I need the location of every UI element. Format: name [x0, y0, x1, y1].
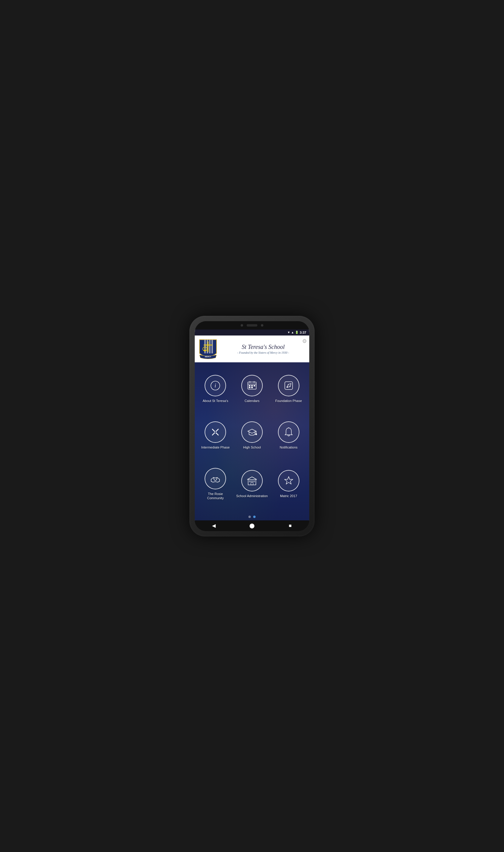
school-crest: MERCY	[198, 339, 218, 359]
svg-rect-32	[251, 481, 253, 482]
notifications-icon-circle	[278, 421, 300, 443]
intermediate-label: Intermediate Phase	[201, 445, 230, 449]
phone-screen-area: ▼ ▲ 🔋 3:37	[195, 321, 309, 531]
tools-icon	[210, 427, 221, 437]
grid-item-notifications[interactable]: Notifications	[271, 413, 306, 457]
battery-icon: 🔋	[295, 331, 299, 334]
info-icon: i	[210, 380, 221, 391]
svg-rect-20	[251, 387, 253, 388]
svg-marker-35	[285, 476, 293, 484]
svg-rect-3	[212, 340, 213, 354]
handshake-icon	[210, 473, 221, 484]
grid-item-calendars[interactable]: Calendars	[235, 367, 269, 411]
svg-rect-30	[248, 479, 256, 485]
svg-point-25	[214, 431, 216, 433]
svg-text:MERCY: MERCY	[205, 356, 212, 358]
status-time: 3:37	[300, 331, 306, 334]
dot-1[interactable]	[248, 515, 251, 518]
svg-rect-21	[285, 382, 292, 389]
edit-icon	[283, 380, 294, 391]
svg-point-28	[256, 434, 257, 435]
app-screen: ▼ ▲ 🔋 3:37	[195, 329, 309, 520]
app-header: MERCY St Teresa's School - Founded by th…	[195, 336, 309, 362]
school-name: St Teresa's School	[221, 344, 306, 350]
matric-label: Matric 2017	[280, 494, 297, 498]
about-label: About St Teresa's	[202, 399, 228, 403]
svg-rect-17	[251, 385, 253, 386]
school-subtitle: - Founded by the Sisters of Mercy in 193…	[221, 351, 306, 354]
grid-item-rosie[interactable]: The Rosie Community	[198, 460, 233, 508]
recent-button[interactable]: ■	[286, 521, 295, 530]
star-icon	[283, 475, 294, 486]
app-grid: i About St Teresa's	[195, 362, 309, 513]
building-icon	[247, 475, 257, 486]
main-content: i About St Teresa's	[195, 362, 309, 520]
calendars-icon-circle	[241, 375, 263, 396]
about-icon-circle: i	[204, 375, 226, 396]
bell-icon	[283, 427, 294, 437]
status-icons: ▼ ▲ 🔋	[287, 331, 299, 334]
svg-rect-18	[254, 385, 255, 386]
wifi-icon: ▼	[287, 331, 290, 334]
grid-item-admin[interactable]: School Administration	[235, 460, 269, 508]
svg-rect-33	[253, 481, 255, 482]
svg-rect-2	[209, 340, 211, 354]
android-nav-bar: ◀ ⬤ ■	[195, 520, 309, 531]
phone-device: ▼ ▲ 🔋 3:37	[190, 316, 314, 537]
front-camera	[261, 324, 263, 327]
svg-text:i: i	[215, 383, 216, 388]
settings-gear-icon[interactable]: ⚙	[302, 338, 307, 344]
foundation-icon-circle	[278, 375, 300, 396]
camera-dot	[241, 324, 243, 327]
highschool-label: High School	[243, 445, 260, 449]
grid-item-foundation[interactable]: Foundation Phase	[271, 367, 306, 411]
signal-icon: ▲	[291, 331, 294, 334]
admin-label: School Administration	[236, 494, 268, 498]
highschool-icon-circle	[241, 421, 263, 443]
status-bar: ▼ ▲ 🔋 3:37	[195, 329, 309, 336]
phone-top-bar	[195, 321, 309, 329]
speaker-dot	[247, 324, 257, 327]
foundation-label: Foundation Phase	[275, 399, 302, 403]
svg-rect-34	[251, 483, 253, 485]
calendars-label: Calendars	[245, 399, 259, 403]
svg-point-22	[287, 387, 287, 388]
calendar-icon	[247, 380, 257, 391]
notifications-label: Notifications	[280, 445, 298, 449]
back-button[interactable]: ◀	[209, 521, 218, 530]
grid-item-highschool[interactable]: High School	[235, 413, 269, 457]
grid-item-matric[interactable]: Matric 2017	[271, 460, 306, 508]
graduation-icon	[247, 427, 257, 437]
intermediate-icon-circle	[204, 421, 226, 443]
dot-2[interactable]	[253, 515, 256, 518]
svg-rect-16	[249, 385, 250, 386]
matric-icon-circle	[278, 470, 300, 491]
rosie-label: The Rosie Community	[199, 492, 231, 501]
rosie-icon-circle	[204, 468, 226, 489]
home-button[interactable]: ⬤	[248, 521, 256, 530]
admin-icon-circle	[241, 470, 263, 491]
page-dots	[195, 513, 309, 520]
grid-item-intermediate[interactable]: Intermediate Phase	[198, 413, 233, 457]
svg-rect-19	[249, 387, 250, 388]
header-text: St Teresa's School - Founded by the Sist…	[221, 344, 306, 354]
grid-item-about[interactable]: i About St Teresa's	[198, 367, 233, 411]
svg-rect-31	[249, 481, 251, 482]
